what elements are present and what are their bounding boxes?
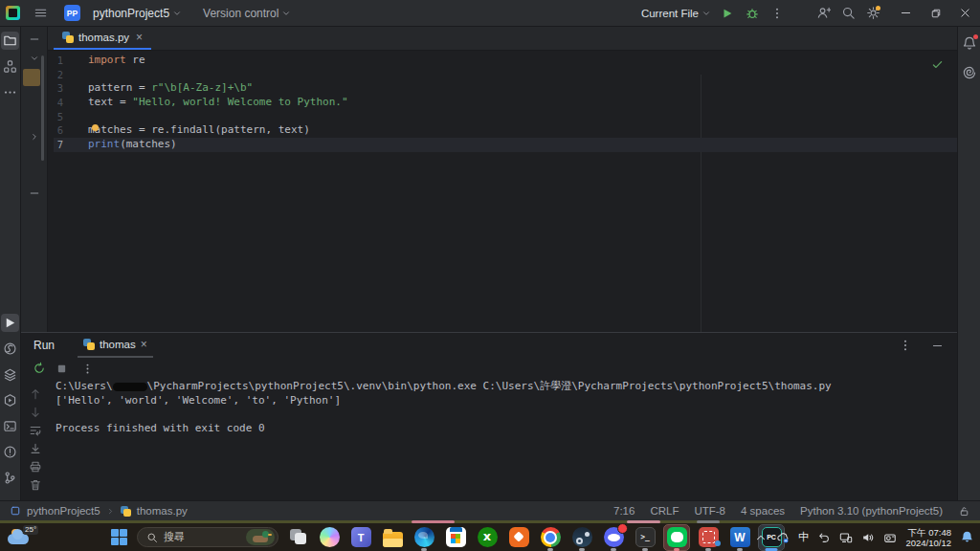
activity-version-control-tool-button[interactable] <box>1 469 19 487</box>
notification-bell-icon[interactable] <box>960 530 974 544</box>
taskbar-snip-app-icon[interactable] <box>696 525 721 550</box>
code-line-6[interactable]: 6matches = re.findall(pattern, text) <box>54 123 957 138</box>
notifications-button[interactable] <box>962 35 977 51</box>
hide-panel-icon[interactable] <box>931 340 944 352</box>
taskbar-teams-icon[interactable] <box>348 525 373 550</box>
taskbar-hexagon-app-icon[interactable] <box>506 525 531 550</box>
activity-problems-button[interactable] <box>1 443 19 461</box>
chevron-right-icon[interactable] <box>21 132 47 142</box>
tray-ime-icon[interactable]: 中 <box>798 530 810 544</box>
activity-structure-button[interactable] <box>1 57 19 76</box>
taskbar-file-explorer-icon[interactable] <box>380 525 405 550</box>
activity-more-tools-button[interactable] <box>1 83 19 101</box>
project-scrollbar[interactable] <box>41 55 44 161</box>
taskbar-chrome-icon[interactable] <box>538 525 563 550</box>
activity-python-console-button[interactable] <box>1 391 19 409</box>
line-number: 3 <box>54 81 63 96</box>
taskbar-copilot-icon[interactable] <box>317 525 342 550</box>
run-button[interactable] <box>715 2 740 25</box>
caret-position[interactable]: 7:16 <box>613 505 635 517</box>
taskbar-word-icon[interactable] <box>727 525 752 550</box>
stop-button[interactable] <box>56 363 68 375</box>
code-with-me-button[interactable] <box>811 2 835 25</box>
python-file-icon <box>121 506 131 517</box>
project-tool-window-collapsed[interactable] <box>21 27 48 332</box>
file-encoding[interactable]: UTF-8 <box>694 505 725 517</box>
run-config-selector[interactable]: Current File <box>637 8 715 19</box>
breadcrumb-project[interactable]: pythonProject5 <box>27 505 100 517</box>
code-line-1[interactable]: 1import re <box>54 54 957 68</box>
code-line-2[interactable]: 2 <box>54 68 957 82</box>
tray-phone-link-icon[interactable] <box>839 531 853 544</box>
taskbar-task-view-icon[interactable] <box>285 525 310 550</box>
activity-services-button[interactable] <box>1 365 19 384</box>
vcs-selector[interactable]: Version control <box>199 7 295 20</box>
code-line-5[interactable]: 5 <box>54 110 957 124</box>
scroll-up-button[interactable] <box>29 387 42 401</box>
taskbar-terminal-app-icon[interactable] <box>633 525 657 550</box>
hide-panel-icon[interactable] <box>21 33 47 45</box>
clear-all-button[interactable] <box>29 478 42 492</box>
taskbar-line-app-icon[interactable] <box>664 525 689 550</box>
breadcrumb-file[interactable]: thomas.py <box>137 505 188 517</box>
chevron-right-icon <box>106 507 115 516</box>
more-vertical-icon[interactable] <box>899 339 912 352</box>
taskbar-store-icon[interactable] <box>443 525 468 550</box>
code-line-3[interactable]: 3pattern = r"\b[A-Za-z]+\b" <box>54 81 957 96</box>
indent-style[interactable]: 4 spaces <box>741 505 785 517</box>
rerun-button[interactable] <box>33 362 46 375</box>
tray-pen-input-icon[interactable] <box>817 531 831 544</box>
more-vertical-icon[interactable] <box>81 363 94 375</box>
run-tab-label: thomas <box>100 339 136 350</box>
tray-camera-icon[interactable] <box>883 531 897 544</box>
scroll-down-button[interactable] <box>29 406 42 419</box>
taskbar-discord-icon[interactable] <box>601 525 626 550</box>
tray-hidden-icons-icon[interactable] <box>754 531 768 544</box>
run-tab-close-icon[interactable]: × <box>141 338 147 351</box>
breadcrumb[interactable]: pythonProject5 thomas.py <box>10 505 188 517</box>
main-menu-button[interactable] <box>28 2 53 25</box>
close-icon <box>959 7 971 19</box>
start-button[interactable] <box>111 529 127 545</box>
taskbar-search-box[interactable]: 搜尋 <box>137 527 278 547</box>
tray-volume-icon[interactable] <box>861 531 875 544</box>
run-tab-thomas[interactable]: thomas × <box>78 333 153 358</box>
python-interpreter[interactable]: Python 3.10 (pythonProject5) <box>800 505 943 517</box>
activity-python-packages-button[interactable] <box>1 340 19 358</box>
activity-run-tool-button[interactable] <box>1 314 19 332</box>
unlock-icon[interactable] <box>958 505 970 518</box>
taskbar-xbox-icon[interactable] <box>475 525 500 550</box>
more-actions-button[interactable] <box>765 2 790 25</box>
window-restore-button[interactable] <box>921 0 950 27</box>
line-separator[interactable]: CRLF <box>650 505 679 517</box>
ai-assistant-button[interactable] <box>962 65 977 80</box>
splitter-handle-icon[interactable] <box>21 187 47 199</box>
run-tool-window: Run thomas × C:\Users\\PycharmProjects\p… <box>21 332 957 500</box>
window-minimize-button[interactable] <box>891 0 921 27</box>
tab-close-icon[interactable]: × <box>136 31 143 44</box>
print-button[interactable] <box>29 460 42 474</box>
inspections-check-icon[interactable] <box>931 58 944 71</box>
taskbar-clock[interactable]: 下午 07:48 2024/10/12 <box>905 527 951 548</box>
code-editor[interactable]: 1import re23pattern = r"\b[A-Za-z]+\b"4t… <box>48 51 957 332</box>
activity-terminal-button[interactable] <box>1 417 19 435</box>
scroll-to-end-button[interactable] <box>29 442 42 455</box>
run-console-output[interactable]: C:\Users\\PycharmProjects\pythonProject5… <box>56 380 949 496</box>
edge-icon <box>414 527 434 547</box>
soft-wrap-button[interactable] <box>29 424 42 437</box>
code-line-4[interactable]: 4text = "Hello, world! Welcome to Python… <box>54 96 957 110</box>
running-indicator <box>674 548 679 551</box>
window-close-button[interactable] <box>950 0 980 27</box>
taskbar-edge-icon[interactable] <box>412 525 436 550</box>
running-indicator <box>421 548 427 551</box>
tray-onedrive-icon[interactable] <box>776 531 790 544</box>
tab-thomas-py[interactable]: thomas.py × <box>54 27 151 50</box>
debug-button[interactable] <box>740 2 765 25</box>
taskbar-steam-icon[interactable] <box>569 525 594 550</box>
taskbar-weather-widget[interactable]: 25° <box>6 527 44 548</box>
settings-button[interactable] <box>860 2 885 25</box>
activity-project-folder-button[interactable] <box>1 32 19 50</box>
code-line-7[interactable]: 7print(matches) <box>54 138 957 152</box>
project-selector[interactable]: pythonProject5 <box>89 7 186 20</box>
search-everywhere-button[interactable] <box>835 2 860 25</box>
